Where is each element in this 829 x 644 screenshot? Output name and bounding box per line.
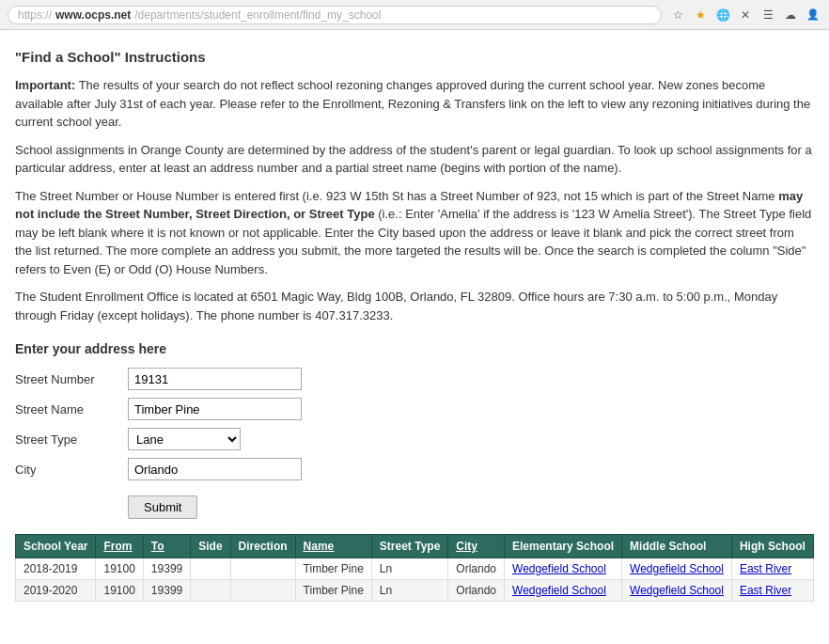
- col-direction: Direction: [230, 535, 295, 558]
- instructions-paragraph-4: The Student Enrollment Office is located…: [15, 288, 814, 324]
- page-content: "Find a School" Instructions Important: …: [0, 30, 829, 620]
- close-icon[interactable]: [737, 7, 754, 24]
- url-domain: www.ocps.net: [55, 8, 131, 22]
- paragraph-1-text: The results of your search do not reflec…: [15, 78, 810, 129]
- menu-icon[interactable]: [759, 7, 776, 24]
- cell-from: 19100: [96, 580, 143, 602]
- instructions-paragraph-3: The Street Number or House Number is ent…: [15, 187, 814, 279]
- browser-icons: ★ 🌐: [669, 7, 821, 24]
- cell-direction: [230, 580, 295, 602]
- col-name: Name: [295, 535, 371, 558]
- url-path: /departments/student_enrollment/find_my_…: [134, 8, 381, 22]
- street-number-input[interactable]: [128, 368, 302, 390]
- col-to: To: [143, 535, 190, 558]
- street-type-label: Street Type: [15, 432, 128, 447]
- cell-side: [191, 558, 230, 580]
- page-title: "Find a School" Instructions: [15, 49, 814, 65]
- table-body: 2018-2019 19100 19399 Timber Pine Ln Orl…: [16, 558, 814, 602]
- cell-school-year: 2018-2019: [16, 558, 96, 580]
- col-street-type: Street Type: [371, 535, 447, 558]
- cell-elementary: Wedgefield School: [505, 580, 622, 602]
- cell-high: East River: [731, 580, 813, 602]
- col-city: City: [448, 535, 505, 558]
- cell-high: East River: [731, 558, 813, 580]
- cell-middle: Wedgefield School: [622, 580, 732, 602]
- col-side: Side: [191, 535, 230, 558]
- important-label: Important:: [15, 78, 75, 92]
- extensions-icon[interactable]: ★: [692, 7, 709, 24]
- elementary-school-link[interactable]: Wedgefield School: [512, 584, 606, 597]
- cell-middle: Wedgefield School: [622, 558, 732, 580]
- col-from: From: [96, 535, 143, 558]
- cell-elementary: Wedgefield School: [505, 558, 622, 580]
- cell-from: 19100: [96, 558, 143, 580]
- street-number-row: Street Number: [15, 368, 814, 390]
- street-name-input[interactable]: [128, 398, 302, 420]
- col-high-school: High School: [731, 535, 813, 558]
- cell-street-type: Ln: [371, 580, 447, 602]
- instructions-paragraph-1: Important: The results of your search do…: [15, 76, 814, 132]
- city-row: City: [15, 458, 814, 480]
- col-elementary-school: Elementary School: [505, 535, 622, 558]
- url-protocol: https://: [18, 8, 52, 22]
- cell-to: 19399: [143, 558, 190, 580]
- street-name-row: Street Name: [15, 398, 814, 420]
- table-row: 2019-2020 19100 19399 Timber Pine Ln Orl…: [16, 580, 814, 602]
- address-form-section: Enter your address here Street Number St…: [15, 341, 814, 519]
- sync-icon[interactable]: [782, 7, 799, 24]
- cell-name: Timber Pine: [295, 558, 371, 580]
- cell-to: 19399: [143, 580, 190, 602]
- cell-street-type: Ln: [371, 558, 447, 580]
- table-header: School Year From To Side Direction Name …: [16, 535, 814, 558]
- form-title: Enter your address here: [15, 341, 814, 356]
- instructions-paragraph-2: School assignments in Orange County are …: [15, 141, 814, 178]
- col-school-year: School Year: [16, 535, 96, 558]
- table-row: 2018-2019 19100 19399 Timber Pine Ln Orl…: [16, 558, 814, 580]
- translate-icon[interactable]: 🌐: [714, 7, 731, 24]
- high-school-link[interactable]: East River: [740, 584, 791, 597]
- user-icon[interactable]: [805, 7, 821, 24]
- cell-name: Timber Pine: [295, 580, 371, 602]
- url-bar[interactable]: https://www.ocps.net/departments/student…: [8, 6, 662, 24]
- browser-chrome: https://www.ocps.net/departments/student…: [0, 0, 829, 30]
- submit-button[interactable]: Submit: [128, 495, 197, 519]
- cell-city: Orlando: [448, 580, 505, 602]
- results-table: School Year From To Side Direction Name …: [15, 534, 814, 602]
- bookmark-icon[interactable]: [669, 7, 686, 24]
- street-type-row: Street Type Lane Ave Blvd Ct Dr Pl Rd St…: [15, 428, 814, 450]
- street-name-label: Street Name: [15, 402, 128, 416]
- city-label: City: [15, 463, 128, 477]
- cell-side: [191, 580, 230, 602]
- middle-school-link[interactable]: Wedgefield School: [630, 584, 724, 597]
- cell-school-year: 2019-2020: [16, 580, 96, 602]
- bold-text-3: may not include the Street Number, Stree…: [15, 189, 803, 222]
- middle-school-link[interactable]: Wedgefield School: [630, 562, 724, 575]
- street-number-label: Street Number: [15, 372, 128, 386]
- col-middle-school: Middle School: [622, 535, 732, 558]
- street-type-select[interactable]: Lane Ave Blvd Ct Dr Pl Rd St Way: [128, 428, 241, 450]
- high-school-link[interactable]: East River: [740, 562, 791, 575]
- results-table-wrapper: School Year From To Side Direction Name …: [15, 534, 814, 602]
- elementary-school-link[interactable]: Wedgefield School: [512, 562, 606, 575]
- cell-direction: [230, 558, 295, 580]
- city-input[interactable]: [128, 458, 302, 480]
- cell-city: Orlando: [448, 558, 505, 580]
